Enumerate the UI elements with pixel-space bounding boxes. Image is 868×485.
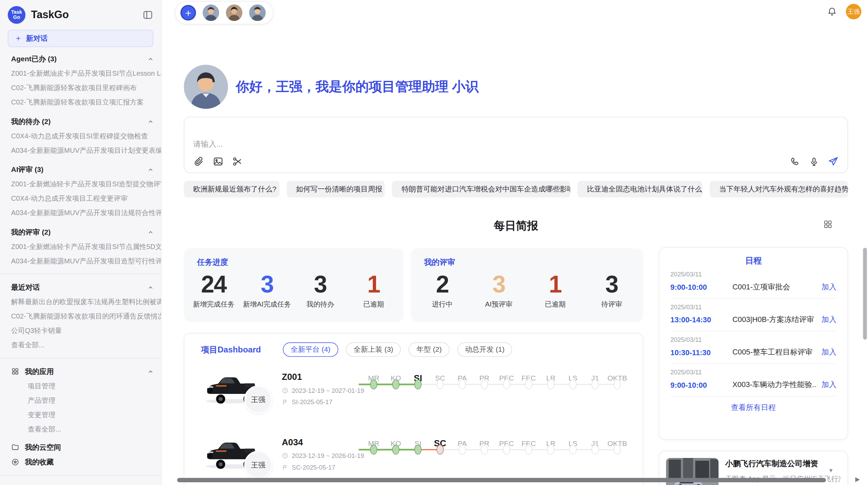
filter-pill[interactable]: 全新平台 (4): [283, 343, 338, 357]
suggestion-chip[interactable]: 当下年轻人对汽车外观有怎样的喜好趋势: [710, 181, 848, 197]
list-item[interactable]: A034-全新新能源MUV产品开发项目计划变更表编写: [0, 143, 161, 158]
suggestion-chip[interactable]: 如何写一份清晰的项目周报: [287, 181, 385, 197]
sidebar-item-change-mgmt[interactable]: 变更管理: [0, 408, 161, 422]
project-dates: 2023-12-19 ~ 2027-01-19: [282, 387, 365, 394]
stat-cell: 24 新增完成任务: [187, 270, 240, 309]
sidebar-item-product-mgmt[interactable]: 产品管理: [0, 393, 161, 408]
sidebar: Task Go TaskGo ＋ 新对话 Agent已办 (3) Z001-全新…: [0, 0, 162, 485]
card-title: 任务进度: [187, 258, 400, 268]
list-item[interactable]: 解释最新出台的欧盟报废车法规再生塑料比例被调至15%...: [0, 295, 161, 309]
suggestion-chip[interactable]: 比亚迪全固态电池计划具体说了什么: [578, 181, 703, 197]
agent-avatar-3[interactable]: [249, 4, 266, 21]
scroll-right-arrow-icon[interactable]: ▶: [855, 476, 860, 483]
chevron-up-icon[interactable]: [147, 117, 155, 125]
chevron-up-icon[interactable]: [147, 55, 155, 63]
schedule-item: 2025/03/11 9:00-10:00 X003-车辆动力学性能验... 加…: [671, 364, 836, 397]
vertical-scrollbar[interactable]: [863, 248, 867, 339]
sidebar-item-my-apps[interactable]: 我的应用: [0, 364, 161, 379]
suggestion-chip[interactable]: 欧洲新规最近颁布了什么?: [184, 181, 279, 197]
section-agent-done[interactable]: Agent已办 (3): [0, 51, 161, 66]
notification-bell-icon[interactable]: [827, 7, 837, 16]
stat-value: 3: [240, 270, 293, 299]
section-title: Agent已办 (3): [11, 54, 57, 64]
suggestion-chip[interactable]: 特朗普可能对进口汽车增税会对中国车企造成哪些影响: [392, 181, 570, 197]
chevron-up-icon[interactable]: [147, 368, 155, 375]
scroll-down-arrow-icon[interactable]: ▼: [828, 468, 834, 474]
agent-avatar-1[interactable]: [203, 4, 219, 21]
layout-grid-icon[interactable]: [823, 220, 832, 229]
phone-icon[interactable]: [790, 156, 800, 167]
filter-pill[interactable]: 年型 (2): [409, 343, 449, 357]
greeting-row: 你好，王强，我是你的项目管理助理 小识: [184, 65, 848, 109]
filter-pill[interactable]: 动总开发 (1): [457, 343, 513, 357]
greeting-text: 你好，王强，我是你的项目管理助理 小识: [236, 78, 479, 96]
schedule-title: 日程: [671, 256, 836, 266]
section-my-todo[interactable]: 我的待办 (2): [0, 114, 161, 129]
user-avatar[interactable]: 王强: [846, 4, 861, 19]
filter-pill[interactable]: 全新上装 (3): [346, 343, 401, 357]
sidebar-item-label: 我的收藏: [25, 457, 54, 467]
event-time: 10:30-11:30: [671, 348, 733, 357]
event-time: 13:00-14:30: [671, 315, 733, 324]
add-agent-button[interactable]: ＋: [180, 5, 196, 21]
chevron-up-icon[interactable]: [147, 166, 155, 174]
agent-avatars-pill: ＋: [175, 1, 273, 24]
stat-label: 待评审: [583, 300, 640, 309]
new-chat-button[interactable]: ＋ 新对话: [8, 30, 154, 47]
sidebar-item-cloud-space[interactable]: 我的云空间: [0, 440, 161, 455]
sidebar-item-favorites[interactable]: 我的收藏: [0, 455, 161, 470]
join-link[interactable]: 加入: [821, 380, 836, 390]
section-my-review[interactable]: 我的评审 (2): [0, 225, 161, 240]
project-dates-text: 2023-12-19 ~ 2026-01-19: [292, 452, 364, 459]
sidebar-collapse-icon[interactable]: [142, 9, 153, 20]
list-item[interactable]: A034-全新新能源MUV产品开发项目造型可行性评审: [0, 254, 161, 268]
list-item[interactable]: 公司Q3轻卡销量: [0, 324, 161, 338]
chevron-up-icon[interactable]: [147, 228, 155, 236]
stat-label: 我的待办: [294, 300, 347, 309]
horizontal-scrollbar[interactable]: [177, 478, 826, 482]
list-item[interactable]: Z001-全新燃油轻卡产品开发项目SI造型提交物评审: [0, 177, 161, 191]
join-link[interactable]: 加入: [821, 347, 836, 357]
project-row[interactable]: 王强 Z001 2023-12-19 ~ 2027-01-19 SI-2025-…: [201, 369, 627, 422]
send-icon[interactable]: [828, 156, 839, 167]
agent-avatar-2[interactable]: [226, 4, 242, 21]
list-item[interactable]: A034-全新新能源MUV产品开发项目法规符合性评审: [0, 206, 161, 220]
sidebar-item-ai-super-staff[interactable]: AI超级员工: [0, 481, 161, 485]
project-row[interactable]: 王强 A034 2023-12-19 ~ 2026-01-19 SC-2025-…: [201, 434, 627, 485]
list-item[interactable]: C02-飞腾新能源轻客改款项目的闭环通告反馈情况: [0, 309, 161, 324]
event-date: 2025/03/11: [671, 271, 836, 277]
project-dashboard-card: 项目Dashboard 全新平台 (4) 全新上装 (3) 年型 (2) 动总开…: [184, 333, 643, 485]
sidebar-item-project-mgmt[interactable]: 项目管理: [0, 379, 161, 393]
list-item[interactable]: Z001-全新燃油皮卡产品开发项目SI节点Lesson Learn报告: [0, 66, 161, 81]
milestone-node: [614, 380, 621, 389]
view-all-schedule-link[interactable]: 查看所有日程: [671, 397, 836, 419]
project-info: Z001 2023-12-19 ~ 2027-01-19 SI-2025-05-…: [282, 372, 365, 406]
list-item[interactable]: Z001-全新燃油轻卡产品开发项目SI节点属性5D文件评审: [0, 239, 161, 254]
attachment-icon[interactable]: [193, 156, 204, 167]
list-item[interactable]: C02-飞腾新能源轻客改款项目立项汇报方案: [0, 95, 161, 110]
section-ai-review[interactable]: AI评审 (3): [0, 162, 161, 177]
join-link[interactable]: 加入: [821, 315, 836, 325]
view-all-link[interactable]: 查看全部...: [0, 338, 161, 352]
microphone-icon[interactable]: [809, 156, 819, 167]
milestone: LS: [562, 372, 584, 385]
chat-input[interactable]: 请输入...: [184, 117, 848, 173]
project-owner-avatar: 王强: [244, 386, 272, 414]
stat-value: 2: [414, 270, 471, 299]
stat-value: 3: [471, 270, 527, 299]
milestone-node: [547, 380, 554, 389]
input-tools-right: [790, 156, 839, 167]
list-item[interactable]: C0X4-动力总成开发项目工程变更评审: [0, 191, 161, 206]
milestone-node: [525, 445, 532, 455]
join-link[interactable]: 加入: [821, 282, 836, 292]
topbar-right: 王强: [827, 4, 861, 19]
new-chat-label: 新对话: [26, 34, 48, 43]
event-date: 2025/03/11: [671, 369, 836, 375]
section-recent-chats[interactable]: 最近对话: [0, 280, 161, 295]
list-item[interactable]: C0X4-动力总成开发项目SI里程碑提交物检查: [0, 129, 161, 143]
image-icon[interactable]: [213, 156, 224, 167]
list-item[interactable]: C02-飞腾新能源轻客改款项目里程碑画布: [0, 81, 161, 95]
scissors-icon[interactable]: [232, 156, 243, 167]
chevron-up-icon[interactable]: [147, 284, 155, 291]
view-all-link[interactable]: 查看全部...: [0, 422, 161, 436]
